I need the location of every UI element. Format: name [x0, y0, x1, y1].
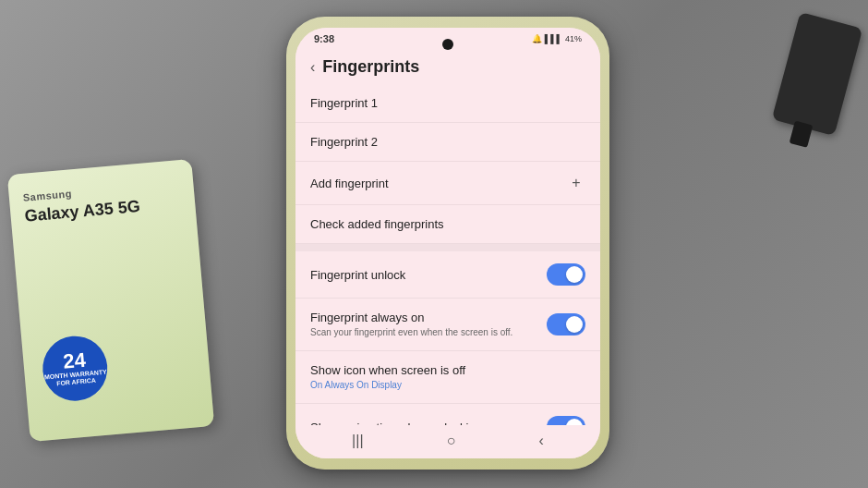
item-subtitle-link[interactable]: On Always On Display [310, 379, 585, 391]
animation-toggle[interactable] [547, 416, 585, 425]
item-title: Show icon when screen is off [310, 363, 585, 377]
check-fingerprints-item[interactable]: Check added fingerprints [295, 205, 600, 244]
item-title: Fingerprint always on [310, 311, 547, 324]
recents-button[interactable]: ||| [352, 433, 363, 449]
settings-list: Fingerprint 1 Fingerprint 2 Add fingerpr… [295, 84, 600, 425]
toggle-knob [566, 316, 583, 333]
status-icons: 🔔 ▌▌▌ 41% [532, 34, 582, 43]
back-button[interactable]: ‹ [310, 59, 315, 76]
battery-icon: 41% [565, 34, 582, 43]
show-icon-item[interactable]: Show icon when screen is off On Always O… [295, 351, 600, 404]
status-time: 9:38 [314, 33, 334, 44]
toggle-knob [566, 419, 583, 425]
item-subtitle: Scan your fingerprint even when the scre… [310, 326, 547, 338]
toggle-knob [566, 266, 583, 283]
back-nav-button[interactable]: ‹ [539, 433, 544, 449]
list-item[interactable]: Fingerprint 2 [295, 123, 600, 162]
fingerprint-always-on-toggle[interactable] [547, 313, 585, 336]
fingerprint-unlock-toggle[interactable] [547, 263, 585, 286]
camera-notch [442, 39, 453, 50]
item-title: Fingerprint 1 [310, 96, 585, 110]
divider [295, 244, 600, 251]
sound-icon: 🔔 [532, 34, 542, 43]
home-button[interactable]: ○ [447, 433, 456, 449]
warranty-badge: 24 MONTH WARRANTY FOR AFRICA [40, 334, 110, 404]
app-header: ‹ Fingerprints [295, 48, 600, 84]
add-icon[interactable]: + [567, 174, 585, 192]
fingerprint-always-on-item[interactable]: Fingerprint always on Scan your fingerpr… [295, 299, 600, 351]
list-item[interactable]: Fingerprint 1 [295, 84, 600, 123]
item-title: Add fingerprint [310, 177, 567, 190]
phone: 9:38 🔔 ▌▌▌ 41% ‹ Fingerprints Fingerprin… [286, 17, 609, 470]
phone-screen: 9:38 🔔 ▌▌▌ 41% ‹ Fingerprints Fingerprin… [295, 28, 600, 458]
add-fingerprint-item[interactable]: Add fingerprint + [295, 162, 600, 205]
fingerprint-unlock-item[interactable]: Fingerprint unlock [295, 251, 600, 299]
app-content: ‹ Fingerprints Fingerprint 1 Fingerprint… [295, 48, 600, 425]
item-title: Check added fingerprints [310, 217, 585, 231]
app-title: Fingerprints [322, 57, 419, 77]
item-title: Fingerprint unlock [310, 268, 547, 282]
signal-icon: ▌▌▌ [545, 34, 562, 43]
phone-box: Samsung Galaxy A35 5G 24 MONTH WARRANTY … [7, 159, 215, 442]
show-animation-item[interactable]: Show animation when unlocking [295, 404, 600, 425]
item-title: Fingerprint 2 [310, 135, 585, 149]
bottom-nav: ||| ○ ‹ [295, 425, 600, 458]
